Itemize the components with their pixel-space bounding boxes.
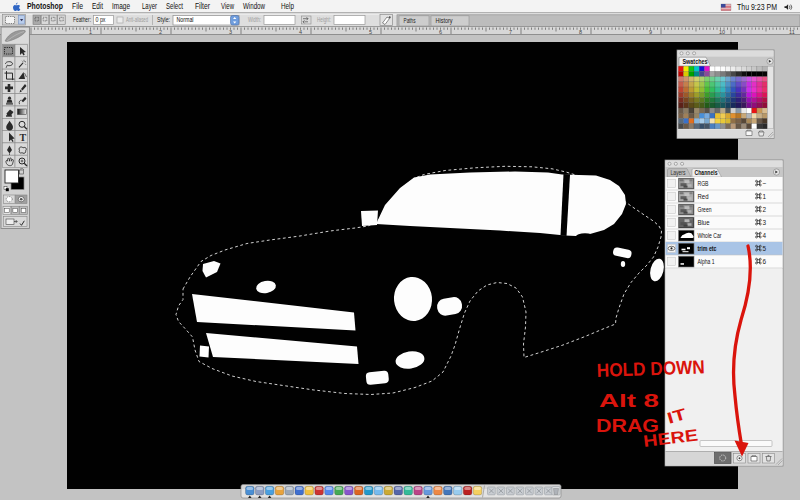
svg-text:1: 1	[763, 193, 767, 200]
svg-text:Height:: Height:	[317, 15, 331, 24]
svg-text:Style:: Style:	[157, 15, 170, 24]
svg-text:4: 4	[299, 29, 302, 35]
svg-text:5: 5	[369, 29, 372, 35]
svg-text:T: T	[20, 132, 27, 143]
svg-text:Paths: Paths	[404, 17, 416, 24]
svg-text:6: 6	[439, 29, 442, 35]
svg-text:Photoshop: Photoshop	[27, 1, 63, 11]
svg-text:3: 3	[229, 29, 232, 35]
svg-text:Channels: Channels	[695, 169, 718, 176]
svg-text:Feather:: Feather:	[73, 15, 91, 24]
svg-text:History: History	[436, 17, 453, 25]
svg-text:Normal: Normal	[177, 15, 194, 24]
svg-text:Red: Red	[698, 193, 709, 200]
svg-text:2: 2	[159, 29, 162, 35]
svg-text:Layers: Layers	[671, 169, 686, 177]
svg-text:File: File	[72, 1, 83, 11]
svg-text:Layer: Layer	[142, 1, 157, 11]
svg-text:5: 5	[763, 245, 767, 252]
svg-text:HOLD DOWN: HOLD DOWN	[596, 356, 705, 381]
svg-text:11: 11	[789, 29, 795, 35]
svg-text:8: 8	[579, 29, 582, 35]
svg-text:0 px: 0 px	[96, 15, 106, 24]
svg-text:7: 7	[509, 29, 512, 35]
svg-text:Image: Image	[112, 1, 130, 11]
svg-text:View: View	[221, 1, 234, 11]
svg-text:Width:: Width:	[248, 15, 261, 24]
svg-text:Window: Window	[243, 1, 265, 11]
svg-text:4: 4	[763, 232, 767, 239]
svg-text:trim etc: trim etc	[698, 245, 717, 252]
svg-text:Edit: Edit	[92, 1, 103, 11]
svg-text:Whole Car: Whole Car	[698, 232, 723, 239]
svg-text:1: 1	[89, 29, 92, 35]
svg-text:RGB: RGB	[698, 180, 709, 187]
svg-text:Blue: Blue	[698, 219, 710, 226]
svg-text:Help: Help	[281, 1, 294, 11]
svg-text:10: 10	[719, 29, 725, 35]
svg-text:9: 9	[649, 29, 652, 35]
svg-text:2: 2	[763, 206, 767, 213]
svg-text:6: 6	[763, 258, 767, 265]
svg-text:Green: Green	[698, 206, 712, 213]
svg-text:Select: Select	[166, 1, 183, 11]
svg-text:Swatches: Swatches	[683, 58, 708, 65]
svg-text:Thu 9:23 PM: Thu 9:23 PM	[737, 2, 777, 12]
svg-text:Alpha 1: Alpha 1	[698, 258, 715, 266]
svg-text:Anti-aliased: Anti-aliased	[126, 15, 148, 24]
svg-text:~: ~	[763, 180, 767, 187]
svg-text:Alt 8: Alt 8	[599, 391, 659, 411]
svg-text:3: 3	[763, 219, 767, 226]
svg-text:Filter: Filter	[195, 1, 210, 11]
